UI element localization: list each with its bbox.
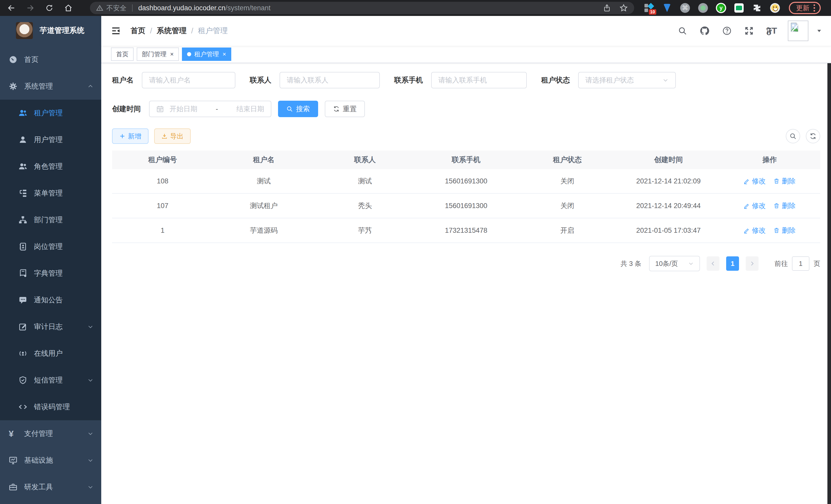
breadcrumb-system[interactable]: 系统管理 (157, 26, 187, 36)
badge-icon (19, 242, 27, 251)
start-date-input[interactable]: 开始日期 (170, 104, 209, 114)
browser-menu-icon[interactable] (813, 4, 815, 11)
show-search-toggle-button[interactable] (786, 129, 800, 143)
sidebar-item-label: 系统管理 (24, 82, 53, 91)
sidebar-item-dept[interactable]: 部门管理 (0, 207, 101, 233)
address-bar[interactable]: 不安全 dashboard.yudao.iocoder.cn /system/t… (90, 2, 634, 14)
table-row: 108 测试 测试 15601691300 关闭 2021-12-14 21:0… (112, 169, 820, 194)
contact-input[interactable]: 请输入联系人 (280, 72, 380, 88)
mobile-input[interactable]: 请输入联系手机 (431, 72, 527, 88)
sidebar-item-user[interactable]: 用户管理 (0, 126, 101, 153)
extension-badge: 10 (649, 9, 656, 14)
caret-down-icon[interactable] (816, 28, 822, 34)
yudao-icon[interactable]: y (716, 3, 726, 13)
bookmark-star-icon[interactable] (619, 4, 628, 12)
add-button[interactable]: 新增 (112, 128, 148, 144)
sidebar-item-home[interactable]: 首页 (0, 46, 101, 73)
chevron-down-icon (87, 457, 93, 464)
users-icon (19, 109, 27, 117)
avatar[interactable] (788, 21, 808, 41)
pinned-extension-icon[interactable]: 10 (644, 3, 654, 13)
command-icon[interactable]: ⌘ (680, 3, 690, 13)
trash-icon (773, 178, 780, 184)
page-number-button[interactable]: 1 (726, 256, 739, 271)
page-scrollbar[interactable] (827, 16, 831, 504)
help-icon[interactable] (722, 26, 732, 36)
search-button[interactable]: 搜索 (278, 101, 318, 117)
browser-extensions: 10 ⌘ y (644, 3, 780, 13)
chrome-update-button[interactable]: 更新 (789, 2, 821, 14)
sidebar-item-error-code[interactable]: 错误码管理 (0, 393, 101, 420)
update-label: 更新 (796, 4, 809, 12)
refresh-icon (809, 132, 816, 140)
dict-icon (19, 269, 27, 278)
edit-link[interactable]: 修改 (744, 176, 766, 186)
sidebar-item-pay[interactable]: ¥ 支付管理 (0, 420, 101, 447)
edit-link[interactable]: 修改 (744, 226, 766, 235)
share-icon[interactable] (603, 4, 611, 12)
delete-link[interactable]: 删除 (773, 201, 796, 210)
tenant-name-input[interactable]: 请输入租户名 (142, 72, 235, 88)
yen-icon: ¥ (9, 429, 18, 438)
sidebar-item-label: 基础设施 (24, 455, 53, 465)
breadcrumb-home[interactable]: 首页 (131, 26, 145, 36)
page-size-select[interactable]: 10条/页 (649, 256, 700, 271)
reset-button[interactable]: 重置 (325, 101, 365, 117)
end-date-input[interactable]: 结束日期 (225, 104, 264, 114)
breadcrumb: 首页 / 系统管理 / 租户管理 (131, 26, 228, 36)
user-icon (19, 136, 27, 144)
browser-forward-button[interactable] (23, 1, 37, 15)
browser-back-button[interactable] (4, 1, 19, 15)
fullscreen-icon[interactable] (744, 26, 754, 36)
prev-page-button[interactable] (707, 256, 719, 271)
column-header: 操作 (719, 155, 820, 165)
sidebar-item-post[interactable]: 岗位管理 (0, 233, 101, 260)
sidebar: 芋道管理系统 首页 系统管理 租户管理 用户管理 角色管理 (0, 16, 101, 504)
github-icon[interactable] (699, 26, 710, 36)
close-icon[interactable]: × (223, 51, 226, 57)
sidebar-item-system[interactable]: 系统管理 (0, 73, 101, 100)
tag-home[interactable]: 首页 (111, 48, 134, 61)
goto-page-input[interactable]: 1 (792, 256, 809, 271)
tag-label: 部门管理 (142, 50, 167, 58)
sidebar-item-audit-log[interactable]: 审计日志 (0, 314, 101, 340)
sidebar-item-online-users[interactable]: 在线用户 (0, 340, 101, 367)
tag-dept[interactable]: 部门管理 × (137, 48, 179, 61)
security-label[interactable]: 不安全 (106, 4, 126, 12)
sidebar-logo[interactable]: 芋道管理系统 (0, 16, 101, 45)
browser-toolbar: 不安全 dashboard.yudao.iocoder.cn /system/t… (0, 0, 831, 16)
tree-icon (19, 189, 27, 198)
delete-link[interactable]: 删除 (773, 226, 796, 235)
sidebar-item-tenant[interactable]: 租户管理 (0, 100, 101, 126)
users-icon (19, 162, 27, 171)
font-size-icon[interactable]: 𝕱T (766, 26, 777, 36)
emoji-icon[interactable] (770, 3, 780, 13)
edit-link[interactable]: 修改 (744, 201, 766, 210)
sidebar-item-dict[interactable]: 字典管理 (0, 260, 101, 287)
sidebar-collapse-icon[interactable] (111, 26, 121, 36)
puzzle-icon[interactable] (752, 3, 762, 13)
browser-home-button[interactable] (61, 1, 76, 15)
sidebar-item-label: 用户管理 (34, 135, 63, 145)
search-icon[interactable] (678, 26, 687, 35)
close-icon[interactable]: × (170, 51, 174, 57)
export-button[interactable]: 导出 (154, 128, 191, 144)
sidebar-item-role[interactable]: 角色管理 (0, 153, 101, 180)
sidebar-item-notice[interactable]: 通知公告 (0, 287, 101, 314)
tag-tenant-active[interactable]: 租户管理 × (182, 48, 231, 61)
url-host[interactable]: dashboard.yudao.iocoder.cn (138, 4, 225, 12)
sidebar-item-sms[interactable]: 短信管理 (0, 367, 101, 393)
chat-icon[interactable] (734, 3, 744, 13)
kite-icon[interactable] (662, 3, 672, 13)
recorder-icon[interactable] (698, 3, 708, 13)
sidebar-item-infra[interactable]: 基础设施 (0, 447, 101, 474)
browser-reload-button[interactable] (42, 1, 57, 15)
next-page-button[interactable] (746, 256, 758, 271)
sidebar-item-menu[interactable]: 菜单管理 (0, 180, 101, 207)
refresh-table-button[interactable] (806, 129, 820, 143)
date-range-input[interactable]: 开始日期 - 结束日期 (149, 101, 271, 117)
status-select[interactable]: 请选择租户状态 (578, 72, 676, 88)
logo-image (16, 22, 33, 39)
delete-link[interactable]: 删除 (773, 176, 796, 186)
sidebar-item-devtools[interactable]: 研发工具 (0, 474, 101, 500)
